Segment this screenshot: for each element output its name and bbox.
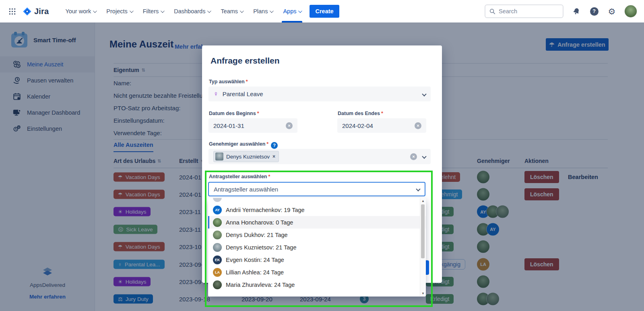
chevron-down-icon (416, 187, 420, 191)
main-menu: Your work Projects Filters Dashboards Te… (60, 0, 339, 23)
user-avatar[interactable] (625, 5, 637, 17)
required-mark: * (246, 79, 248, 84)
chevron-down-icon (298, 9, 302, 13)
nav-plans[interactable]: Plans (248, 0, 278, 23)
avatar-initials: AY (213, 206, 222, 214)
requester-label: Antragsteller auswählen* (209, 174, 270, 179)
requester-dropdown: AY Andrii Yermachenkov: 19 Tage Anna Hon… (208, 198, 426, 297)
scroll-up-icon[interactable]: ▲ (420, 198, 426, 204)
dropdown-option[interactable] (208, 198, 426, 204)
approver-select[interactable]: Denys Kuznietsov × × (208, 149, 431, 164)
avatar (213, 243, 222, 252)
dropdown-option[interactable]: LA Lillian Ashlea: 24 Tage (208, 266, 426, 278)
chevron-down-icon (270, 9, 274, 13)
clear-icon[interactable]: × (415, 122, 421, 129)
nav-dashboards[interactable]: Dashboards (169, 0, 215, 23)
type-label: Typ auswählen* (209, 79, 248, 84)
chevron-down-icon (207, 9, 211, 13)
nav-teams[interactable]: Teams (215, 0, 248, 23)
clear-icon[interactable]: × (286, 122, 293, 129)
avatar-initials: LA (213, 268, 222, 277)
create-button[interactable]: Create (310, 5, 339, 18)
nav-your-work[interactable]: Your work (60, 0, 101, 23)
dropdown-option-selected[interactable]: Anna Honcharova: 0 Tage (208, 216, 426, 229)
required-mark: * (268, 174, 270, 179)
start-date-label: Datum des Beginns* (209, 111, 259, 116)
dropdown-option[interactable]: Denys Kuznietsov: 21 Tage (208, 241, 426, 253)
jira-logo[interactable]: Jira (23, 7, 49, 16)
avatar (213, 218, 222, 227)
chevron-down-icon (161, 9, 165, 13)
nav-projects[interactable]: Projects (101, 0, 137, 23)
settings-gear-icon[interactable]: ⚙ (607, 6, 617, 16)
dropdown-option[interactable]: EK Evgen Kostin: 24 Tage (208, 253, 426, 266)
type-select[interactable]: ♀ Parental Leave (208, 87, 431, 101)
dropdown-option[interactable]: AY Andrii Yermachenkov: 19 Tage (208, 204, 426, 216)
clear-icon[interactable]: × (410, 153, 417, 160)
modal-title: Anfrage erstellen (211, 56, 280, 66)
avatar (213, 198, 222, 202)
chevron-down-icon (93, 9, 97, 13)
pregnant-icon: ♀ (213, 90, 219, 98)
chevron-down-icon (422, 92, 426, 96)
avatar (213, 231, 222, 239)
search-icon (489, 8, 495, 14)
approver-label: Genehmiger auswählen*? (209, 141, 278, 149)
required-mark: * (257, 111, 259, 116)
requester-select[interactable]: Antragsteller auswählen (208, 182, 425, 196)
help-icon[interactable]: ? (271, 142, 278, 149)
nav-apps[interactable]: Apps (278, 0, 306, 23)
scrollbar-thumb[interactable] (421, 204, 425, 258)
chip-remove-icon[interactable]: × (272, 154, 275, 159)
search-input[interactable] (499, 8, 551, 14)
approver-chip: Denys Kuznietsov × (213, 151, 279, 162)
dropdown-option[interactable]: Denys Dukhov: 21 Tage (208, 229, 426, 241)
jira-logo-icon (23, 7, 32, 16)
dropdown-option[interactable]: Maria Zhuravleva: 24 Tage (208, 278, 426, 291)
chevron-down-icon (240, 9, 244, 13)
notifications-bell-icon[interactable] (572, 6, 581, 16)
required-mark: * (266, 141, 268, 147)
jira-logo-text: Jira (34, 7, 49, 16)
required-mark: * (381, 111, 383, 116)
nav-filters[interactable]: Filters (138, 0, 169, 23)
help-icon[interactable]: ? (589, 6, 599, 16)
dropdown-scrollbar[interactable]: ▲ ▼ (420, 198, 425, 296)
top-navigation: Jira Your work Projects Filters Dashboar… (0, 0, 644, 23)
app-switcher-grid-icon[interactable] (7, 6, 17, 16)
requester-placeholder: Antragsteller auswählen (214, 186, 278, 193)
end-date-label: Datum des Endes* (338, 111, 383, 116)
chevron-down-icon (130, 9, 134, 13)
avatar (215, 152, 223, 161)
avatar (213, 280, 222, 289)
scroll-down-icon[interactable]: ▼ (420, 291, 426, 296)
avatar-initials: EK (213, 255, 222, 264)
start-date-input[interactable]: 2024-01-31 × (208, 118, 297, 133)
end-date-input[interactable]: 2024-02-04 × (337, 118, 426, 133)
chevron-down-icon (422, 154, 426, 159)
global-search[interactable] (485, 4, 564, 18)
